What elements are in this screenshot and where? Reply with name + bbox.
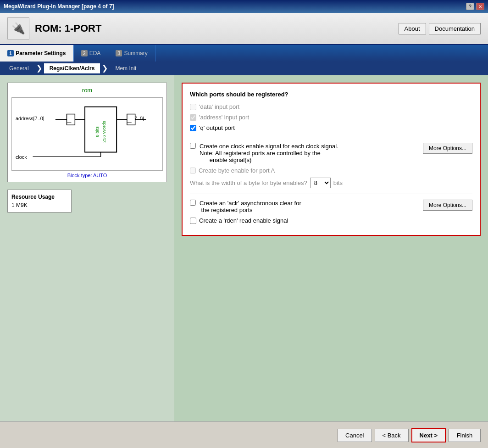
sub-tab-general[interactable]: General — [4, 63, 34, 73]
resource-box: Resource Usage 1 M9K — [7, 190, 72, 213]
options-title: Which ports should be registered? — [190, 91, 472, 98]
block-type: Block type: AUTO — [11, 173, 163, 178]
close-button[interactable]: ✕ — [476, 3, 484, 10]
clock-enable-text: Create one clock enable signal for each … — [200, 143, 419, 163]
header-buttons: About Documentation — [399, 23, 481, 34]
diagram-inner: address[7..0] q[7..0] clock — [11, 97, 163, 171]
clock-enable-section: Create one clock enable signal for each … — [190, 143, 472, 163]
header: 🔌 ROM: 1-PORT About Documentation — [0, 13, 488, 45]
about-button[interactable]: About — [399, 23, 426, 34]
bits-label: bits — [333, 179, 343, 186]
diagram-title: rom — [11, 87, 163, 94]
rden-label: Create a 'rden' read enable signal — [199, 217, 288, 224]
window-title: MegaWizard Plug-In Manager [page 4 of 7] — [4, 3, 114, 10]
tab-parameter-settings[interactable]: 1 Parameter Settings — [0, 45, 74, 62]
byte-enable-checkbox[interactable] — [190, 168, 196, 174]
width-question: What is the width of a byte for byte ena… — [190, 179, 307, 186]
footer: Cancel < Back Next > Finish — [0, 421, 488, 448]
sub-tab-regs-label: Regs/Clken/Aclrs — [50, 65, 95, 72]
width-select[interactable]: 8 4 16 — [310, 178, 331, 188]
sub-tab-mem-init-label: Mem Init — [115, 65, 136, 72]
left-panel: rom address[7..0] q[7..0] clock — [0, 75, 174, 421]
rden-checkbox[interactable] — [190, 218, 196, 224]
next-button[interactable]: Next > — [411, 428, 446, 442]
cancel-button[interactable]: Cancel — [338, 429, 372, 442]
resource-title: Resource Usage — [11, 194, 67, 200]
right-panel: Which ports should be registered? 'data'… — [174, 75, 488, 421]
address-input-label: 'address' input port — [199, 114, 249, 121]
more-options-button-2[interactable]: More Options... — [423, 200, 472, 211]
title-bar: MegaWizard Plug-In Manager [page 4 of 7]… — [0, 0, 488, 13]
divider-2 — [190, 194, 472, 194]
options-box: Which ports should be registered? 'data'… — [182, 83, 481, 236]
q-output-label: 'q' output port — [199, 124, 235, 131]
aclr-text: Create an 'aclr' asynchronous clear for … — [200, 200, 419, 213]
diagram-box: rom address[7..0] q[7..0] clock — [7, 83, 167, 182]
tab-num-1: 1 — [7, 50, 14, 56]
svg-text:address[7..0]: address[7..0] — [16, 116, 44, 121]
app-title: ROM: 1-PORT — [35, 22, 101, 34]
tab-summary[interactable]: 3 Summary — [108, 45, 155, 62]
aclr-section: Create an 'aclr' asynchronous clear for … — [190, 200, 472, 213]
sub-tab-regs[interactable]: Regs/Clken/Aclrs — [44, 63, 100, 73]
sub-tab-mem-init[interactable]: Mem Init — [110, 63, 142, 73]
byte-enable-label: Create byte enable for port A — [199, 167, 275, 174]
header-left: 🔌 ROM: 1-PORT — [7, 17, 101, 39]
svg-rect-10 — [127, 114, 135, 125]
rden-row: Create a 'rden' read enable signal — [190, 217, 472, 224]
data-input-row: 'data' input port — [190, 103, 472, 110]
tab-label-1: Parameter Settings — [16, 50, 66, 56]
tab-num-2: 2 — [81, 50, 88, 56]
resource-value: 1 M9K — [11, 202, 67, 208]
tab-label-3: Summary — [124, 50, 147, 56]
tab-num-3: 3 — [116, 50, 122, 56]
svg-rect-4 — [67, 114, 75, 125]
clock-enable-checkbox[interactable] — [190, 143, 196, 149]
help-button[interactable]: ? — [466, 3, 474, 10]
sub-tab-general-label: General — [9, 65, 29, 72]
svg-text:clock: clock — [16, 154, 27, 160]
width-row: What is the width of a byte for byte ena… — [190, 178, 472, 188]
tab-eda[interactable]: 2 EDA — [74, 45, 109, 62]
arrow-icon-2: ❯ — [102, 65, 108, 72]
svg-text:8 bits: 8 bits — [94, 126, 100, 137]
svg-text:256 Words: 256 Words — [101, 121, 106, 143]
sub-tabs: General ❯ Regs/Clken/Aclrs ❯ Mem Init — [0, 62, 488, 75]
arrow-icon-1: ❯ — [36, 65, 42, 72]
documentation-button[interactable]: Documentation — [429, 23, 481, 34]
q-output-row: 'q' output port — [190, 124, 472, 131]
window-controls: ? ✕ — [466, 3, 484, 10]
more-options-button-1[interactable]: More Options... — [423, 143, 472, 154]
back-button[interactable]: < Back — [375, 429, 409, 442]
address-input-row: 'address' input port — [190, 114, 472, 121]
data-input-checkbox[interactable] — [190, 104, 196, 110]
main-content: rom address[7..0] q[7..0] clock — [0, 75, 488, 421]
q-output-checkbox[interactable] — [190, 125, 196, 131]
byte-enable-row: Create byte enable for port A — [190, 167, 472, 174]
app-icon: 🔌 — [7, 17, 29, 39]
finish-button[interactable]: Finish — [449, 429, 481, 442]
tab-label-2: EDA — [89, 50, 101, 56]
divider-1 — [190, 137, 472, 137]
rom-svg: address[7..0] q[7..0] clock — [12, 98, 162, 170]
data-input-label: 'data' input port — [199, 103, 239, 110]
address-input-checkbox[interactable] — [190, 114, 196, 121]
main-tabs: 1 Parameter Settings 2 EDA 3 Summary — [0, 45, 488, 62]
aclr-checkbox[interactable] — [190, 200, 196, 206]
